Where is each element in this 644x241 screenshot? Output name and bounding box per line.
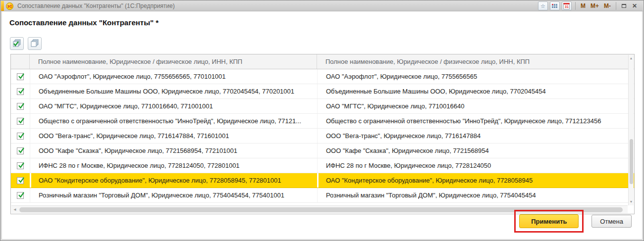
titlebar[interactable]: 1С Сопоставление данных "Контрагенты" (1…: [1, 1, 643, 11]
row-checkbox-cell[interactable]: [11, 144, 30, 158]
table-row[interactable]: Розничный магазин "Торговый ДОМ", Юридич…: [11, 188, 634, 203]
calendar-icon[interactable]: 31: [562, 1, 572, 10]
table-row[interactable]: ОАО "Кондитерское оборудование", Юридиче…: [11, 173, 634, 188]
footer-buttons: Применить Отмена: [514, 210, 632, 233]
table-row[interactable]: ИФНС 28 по г Москве, Юридическое лицо, 7…: [11, 158, 634, 173]
memory-m-minus-button[interactable]: M-: [602, 2, 612, 9]
source-counterparty-text: ОАО "МГТС", Юридическое лицо, 7710016640…: [39, 102, 213, 110]
source-counterparty-cell[interactable]: Объединенные Большие Машины ООО, Юридиче…: [30, 84, 317, 98]
row-checkbox-cell[interactable]: [11, 69, 30, 84]
row-checkbox-cell[interactable]: [11, 114, 30, 128]
source-counterparty-cell[interactable]: ОАО "Аэрофлот", Юридическое лицо, 775565…: [30, 69, 317, 84]
target-counterparty-text: Общество с ограниченной ответственностью…: [326, 117, 601, 125]
memory-m-plus-button[interactable]: M+: [589, 2, 600, 9]
clear-all-checkboxes-button[interactable]: [28, 37, 42, 50]
target-counterparty-cell[interactable]: ООО "Вега-транс", Юридическое лицо, 7716…: [317, 129, 634, 143]
target-counterparty-text: ООО "Кафе "Сказка", Юридическое лицо, 77…: [326, 147, 489, 154]
1c-app-icon: 1С: [6, 2, 13, 10]
row-checkbox-cell[interactable]: [11, 84, 30, 98]
target-counterparty-text: Розничный магазин "Торговый ДОМ", Юридич…: [326, 192, 536, 199]
calendar-glyph: 31: [563, 3, 570, 9]
source-counterparty-cell[interactable]: ОАО "МГТС", Юридическое лицо, 7710016640…: [30, 99, 317, 113]
memory-m-button[interactable]: M: [579, 2, 587, 9]
mapping-table: Полное наименование, Юридическое / физич…: [10, 54, 635, 214]
table-row[interactable]: ОАО "МГТС", Юридическое лицо, 7710016640…: [11, 99, 634, 114]
page-title: Сопоставление данных "Контрагенты" *: [9, 18, 159, 27]
source-counterparty-text: ОАО "Кондитерское оборудование", Юридиче…: [39, 177, 281, 184]
target-counterparty-cell[interactable]: ООО "Кафе "Сказка", Юридическое лицо, 77…: [317, 144, 634, 158]
checkmark-icon: [17, 87, 25, 95]
table-row[interactable]: ОАО "Аэрофлот", Юридическое лицо, 775565…: [11, 69, 634, 84]
source-counterparty-text: Объединенные Большие Машины ООО, Юридиче…: [39, 88, 294, 95]
scroll-down-arrow-icon[interactable]: ▼: [629, 199, 634, 204]
close-button[interactable]: ✕: [630, 2, 639, 9]
target-column-header: Полное наименование, Юридическое / физич…: [317, 54, 634, 69]
maximize-icon: [622, 4, 626, 8]
vertical-scrollbar[interactable]: ▲ ▼: [628, 55, 634, 205]
favorites-star-icon[interactable]: ☆: [538, 1, 548, 10]
calculator-grid-glyph: [552, 4, 557, 8]
mapping-dialog-window: 1С Сопоставление данных "Контрагенты" (1…: [0, 0, 644, 241]
row-checkbox-cell[interactable]: [11, 99, 30, 113]
checkbox-column-header: [11, 54, 30, 69]
checkmark-icon: [17, 176, 25, 184]
source-counterparty-text: ИФНС 28 по г Москве, Юридическое лицо, 7…: [39, 162, 240, 169]
annotation-rectangle: Применить: [514, 210, 584, 233]
row-checkbox[interactable]: [17, 177, 24, 184]
source-counterparty-text: ОАО "Аэрофлот", Юридическое лицо, 775565…: [39, 73, 226, 80]
scroll-left-arrow-icon[interactable]: ◄: [13, 206, 17, 213]
source-counterparty-cell[interactable]: ИФНС 28 по г Москве, Юридическое лицо, 7…: [30, 158, 317, 173]
source-counterparty-text: Общество с ограниченной ответственностью…: [39, 117, 301, 125]
calculator-icon[interactable]: [550, 1, 560, 10]
source-counterparty-cell[interactable]: Розничный магазин "Торговый ДОМ", Юридич…: [30, 188, 317, 202]
checkmark-icon: [17, 131, 25, 139]
table-row[interactable]: ООО "Вега-транс", Юридическое лицо, 7716…: [11, 129, 634, 144]
row-checkbox[interactable]: [17, 88, 24, 95]
titlebar-accent-stripe: [1, 1, 4, 11]
target-counterparty-text: ОАО "Аэрофлот", Юридическое лицо, 775565…: [326, 73, 477, 80]
target-counterparty-cell[interactable]: ИФНС 28 по г Москве, Юридическое лицо, 7…: [317, 158, 634, 173]
target-counterparty-cell[interactable]: Общество с ограниченной ответственностью…: [317, 114, 634, 128]
row-checkbox[interactable]: [17, 147, 24, 154]
row-checkbox[interactable]: [17, 73, 24, 80]
scroll-up-arrow-icon[interactable]: ▲: [629, 56, 634, 61]
toolbar: [10, 37, 42, 50]
source-counterparty-cell[interactable]: ОАО "Кондитерское оборудование", Юридиче…: [30, 173, 317, 188]
row-checkbox[interactable]: [17, 103, 24, 110]
table-body: ОАО "Аэрофлот", Юридическое лицо, 775565…: [11, 69, 634, 203]
target-counterparty-cell[interactable]: ОАО "МГТС", Юридическое лицо, 7710016640: [317, 99, 634, 113]
table-row[interactable]: ООО "Кафе "Сказка", Юридическое лицо, 77…: [11, 144, 634, 158]
set-all-checkboxes-button[interactable]: [10, 37, 24, 50]
row-checkbox[interactable]: [17, 133, 24, 140]
pages-icon: [30, 39, 40, 48]
target-counterparty-cell[interactable]: ОАО "Кондитерское оборудование", Юридиче…: [317, 173, 634, 188]
row-checkbox-cell[interactable]: [11, 173, 30, 188]
row-checkbox[interactable]: [17, 162, 24, 169]
window-title: Сопоставление данных "Контрагенты" (1С:П…: [17, 2, 175, 9]
maximize-button[interactable]: [620, 2, 628, 9]
table-row[interactable]: Общество с ограниченной ответственностью…: [11, 114, 634, 129]
target-counterparty-text: ОАО "МГТС", Юридическое лицо, 7710016640: [326, 102, 464, 110]
titlebar-separator: [616, 2, 616, 10]
source-counterparty-cell[interactable]: ООО "Вега-транс", Юридическое лицо, 7716…: [30, 129, 317, 143]
row-checkbox[interactable]: [17, 192, 24, 199]
vertical-scrollbar-thumb[interactable]: [630, 139, 633, 184]
source-counterparty-cell[interactable]: ООО "Кафе "Сказка", Юридическое лицо, 77…: [30, 144, 317, 158]
checkmark-icon: [17, 101, 25, 109]
target-counterparty-text: ИФНС 28 по г Москве, Юридическое лицо, 7…: [326, 162, 491, 169]
cancel-button[interactable]: Отмена: [591, 215, 632, 228]
target-counterparty-cell[interactable]: ОАО "Аэрофлот", Юридическое лицо, 775565…: [317, 69, 634, 84]
row-checkbox[interactable]: [17, 118, 24, 125]
row-checkbox-cell[interactable]: [11, 158, 30, 173]
titlebar-separator: [575, 2, 576, 10]
checkmark-icon: [17, 116, 25, 124]
table-row[interactable]: Объединенные Большие Машины ООО, Юридиче…: [11, 84, 634, 99]
row-checkbox-cell[interactable]: [11, 129, 30, 143]
target-counterparty-cell[interactable]: Объединенные Большие Машины ООО, Юридиче…: [317, 84, 634, 98]
source-counterparty-text: ООО "Вега-транс", Юридическое лицо, 7716…: [39, 132, 229, 140]
apply-button[interactable]: Применить: [519, 214, 579, 228]
target-counterparty-cell[interactable]: Розничный магазин "Торговый ДОМ", Юридич…: [317, 188, 634, 202]
row-checkbox-cell[interactable]: [11, 188, 30, 202]
source-counterparty-cell[interactable]: Общество с ограниченной ответственностью…: [30, 114, 317, 128]
pages-with-check-icon: [12, 39, 22, 48]
